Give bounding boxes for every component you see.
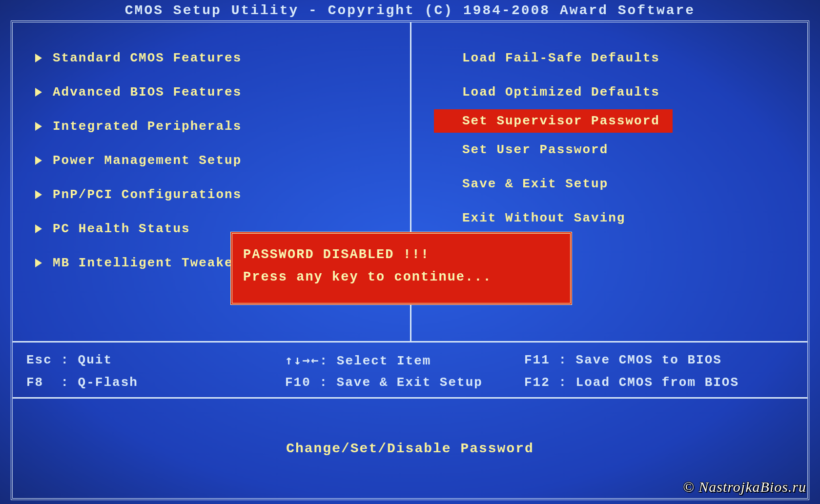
dialog-line: PASSWORD DISABLED !!!: [243, 243, 559, 266]
help-bar: Esc : Quit ↑↓→←: Select Item F11 : Save …: [13, 343, 807, 393]
menu-label: Exit Without Saving: [462, 211, 625, 225]
screen-title: CMOS Setup Utility - Copyright (C) 1984-…: [0, 0, 820, 18]
help-select-item: ↑↓→←: Select Item: [285, 349, 524, 372]
menu-label: Standard CMOS Features: [53, 51, 242, 65]
help-esc: Esc : Quit: [26, 349, 285, 372]
help-f12: F12 : Load CMOS from BIOS: [524, 372, 739, 393]
help-f11: F11 : Save CMOS to BIOS: [524, 349, 722, 372]
menu-item-power-management[interactable]: Power Management Setup: [35, 143, 405, 178]
divider: [13, 397, 807, 399]
submenu-arrow-icon: [35, 122, 42, 131]
menu-item-set-user-password[interactable]: Set User Password: [445, 133, 802, 167]
message-dialog[interactable]: PASSWORD DISABLED !!! Press any key to c…: [230, 232, 572, 305]
menu-label: Load Optimized Defaults: [462, 85, 660, 100]
menu-label: Power Management Setup: [53, 153, 242, 168]
submenu-arrow-icon: [35, 156, 42, 165]
watermark: © NastrojkaBios.ru: [683, 479, 806, 495]
menu-label: Save & Exit Setup: [462, 177, 608, 191]
menu-label: PC Health Status: [53, 222, 190, 236]
menu-item-load-optimized[interactable]: Load Optimized Defaults: [445, 75, 802, 109]
menu-item-advanced-bios[interactable]: Advanced BIOS Features: [35, 75, 405, 109]
arrow-keys-icon: ↑↓→←: [285, 349, 320, 371]
menu-item-set-supervisor-password[interactable]: Set Supervisor Password: [434, 109, 673, 133]
menu-item-load-failsafe[interactable]: Load Fail-Safe Defaults: [445, 41, 802, 75]
menu-item-standard-cmos[interactable]: Standard CMOS Features: [35, 41, 405, 75]
menu-label: Set Supervisor Password: [462, 114, 660, 128]
menu-label: Integrated Peripherals: [53, 119, 242, 134]
dialog-line: Press any key to continue...: [243, 266, 559, 288]
help-f8: F8 : Q-Flash: [26, 372, 285, 393]
menu-label: Load Fail-Safe Defaults: [462, 51, 660, 65]
menu-item-exit-no-save[interactable]: Exit Without Saving: [445, 201, 802, 235]
submenu-arrow-icon: [35, 190, 42, 199]
help-f10: F10 : Save & Exit Setup: [285, 372, 524, 393]
menu-item-save-exit[interactable]: Save & Exit Setup: [445, 167, 802, 201]
menu-item-integrated-peripherals[interactable]: Integrated Peripherals: [35, 109, 405, 143]
menu-item-pnp-pci[interactable]: PnP/PCI Configurations: [35, 178, 405, 212]
submenu-arrow-icon: [35, 54, 42, 62]
submenu-arrow-icon: [35, 88, 42, 97]
submenu-arrow-icon: [35, 224, 42, 233]
menu-label: Advanced BIOS Features: [53, 85, 242, 100]
submenu-arrow-icon: [35, 259, 42, 267]
menu-label: PnP/PCI Configurations: [53, 187, 242, 202]
menu-label: Set User Password: [462, 142, 608, 157]
